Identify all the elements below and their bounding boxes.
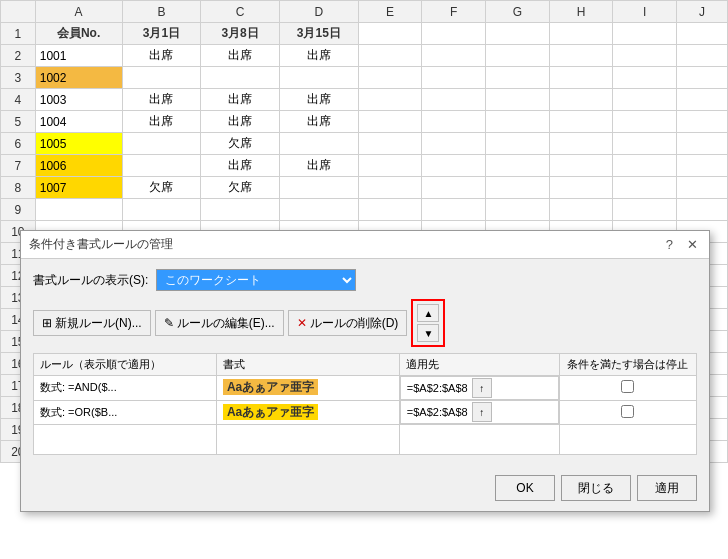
col-header-stop: 条件を満たす場合は停止 bbox=[559, 354, 696, 376]
display-select[interactable]: このワークシート bbox=[156, 269, 356, 291]
rule-1-formula: 数式: =AND($... bbox=[34, 376, 217, 401]
close-dialog-button[interactable]: 閉じる bbox=[561, 475, 631, 501]
edit-rule-label: ルールの編集(E)... bbox=[177, 315, 275, 332]
new-rule-button[interactable]: ⊞ 新規ルール(N)... bbox=[33, 310, 151, 336]
dialog-title: 条件付き書式ルールの管理 bbox=[29, 236, 173, 253]
rule-1-stop-checkbox[interactable] bbox=[621, 380, 634, 393]
delete-rule-icon: ✕ bbox=[297, 316, 307, 330]
display-label: 書式ルールの表示(S): bbox=[33, 272, 148, 289]
rule-display-row: 書式ルールの表示(S): このワークシート bbox=[33, 269, 697, 291]
dialog-body: 書式ルールの表示(S): このワークシート ⊞ 新規ルール(N)... ✎ ルー… bbox=[21, 259, 709, 467]
rule-2-range: =$A$2:$A$8 ↑ bbox=[400, 400, 559, 424]
rule-2-formula: 数式: =OR($B... bbox=[34, 400, 217, 425]
dialog-titlebar: 条件付き書式ルールの管理 ? ✕ bbox=[21, 231, 709, 259]
rule-1-preview: Aaあぁアァ亜字 bbox=[216, 376, 399, 401]
rule-1-range-select-btn[interactable]: ↑ bbox=[472, 378, 492, 398]
dialog-controls: ? ✕ bbox=[663, 237, 701, 252]
rule-2-range-select-btn[interactable]: ↑ bbox=[472, 402, 492, 422]
toolbar-row: ⊞ 新規ルール(N)... ✎ ルールの編集(E)... ✕ ルールの削除(D)… bbox=[33, 299, 697, 347]
edit-rule-button[interactable]: ✎ ルールの編集(E)... bbox=[155, 310, 284, 336]
delete-rule-label: ルールの削除(D) bbox=[310, 315, 399, 332]
col-header-rule: ルール（表示順で適用） bbox=[34, 354, 217, 376]
edit-rule-icon: ✎ bbox=[164, 316, 174, 330]
rule-2-preview: Aaあぁアァ亜字 bbox=[216, 400, 399, 425]
new-rule-icon: ⊞ bbox=[42, 316, 52, 330]
ok-button[interactable]: OK bbox=[495, 475, 555, 501]
rule-2-preview-swatch: Aaあぁアァ亜字 bbox=[223, 404, 318, 420]
new-rule-label: 新規ルール(N)... bbox=[55, 315, 142, 332]
rule-1-range: =$A$2:$A$8 ↑ bbox=[400, 376, 559, 400]
delete-rule-button[interactable]: ✕ ルールの削除(D) bbox=[288, 310, 408, 336]
move-up-button[interactable]: ▲ bbox=[417, 304, 439, 322]
rule-2-stop-checkbox[interactable] bbox=[621, 405, 634, 418]
rule-row-1[interactable]: 数式: =AND($... Aaあぁアァ亜字 =$A$2:$A$8 ↑ bbox=[34, 376, 697, 401]
rule-row-2[interactable]: 数式: =OR($B... Aaあぁアァ亜字 =$A$2:$A$8 ↑ bbox=[34, 400, 697, 425]
move-buttons-group: ▲ ▼ bbox=[411, 299, 445, 347]
dialog-help-button[interactable]: ? bbox=[663, 237, 676, 252]
col-header-range: 適用先 bbox=[399, 354, 559, 376]
conditional-format-dialog: 条件付き書式ルールの管理 ? ✕ 書式ルールの表示(S): このワークシート ⊞… bbox=[20, 230, 710, 512]
col-header-format: 書式 bbox=[216, 354, 399, 376]
apply-button[interactable]: 適用 bbox=[637, 475, 697, 501]
rule-2-stop-cell bbox=[559, 400, 696, 425]
dialog-footer: OK 閉じる 適用 bbox=[21, 467, 709, 511]
rules-table: ルール（表示順で適用） 書式 適用先 条件を満たす場合は停止 数式: =AND(… bbox=[33, 353, 697, 455]
dialog-close-button[interactable]: ✕ bbox=[684, 237, 701, 252]
rule-1-preview-swatch: Aaあぁアァ亜字 bbox=[223, 379, 318, 395]
rule-1-stop-cell bbox=[559, 376, 696, 401]
rule-row-empty bbox=[34, 425, 697, 455]
move-down-button[interactable]: ▼ bbox=[417, 324, 439, 342]
